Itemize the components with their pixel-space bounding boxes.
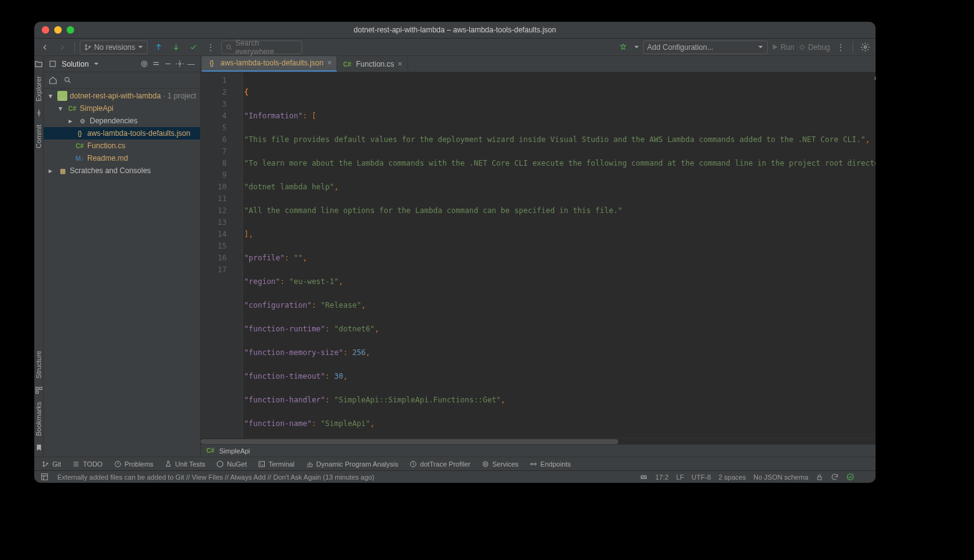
copilot-icon[interactable] — [639, 473, 648, 482]
nav-back-button[interactable] — [38, 40, 52, 54]
collapse-all-icon[interactable] — [164, 60, 172, 68]
window-title: dotnet-rest-api-with-lambda – aws-lambda… — [354, 26, 556, 34]
bookmark-icon[interactable] — [35, 444, 43, 452]
list-icon — [72, 460, 80, 468]
encoding[interactable]: UTF-8 — [692, 473, 711, 481]
home-icon[interactable] — [49, 76, 57, 85]
editor-viewport[interactable]: OFF 1234567891011121314151617 { "Informa… — [201, 72, 876, 438]
chevron-down-icon[interactable]: ▾ — [46, 92, 55, 100]
csharp-file-icon: C# — [75, 141, 85, 151]
tree-file-function[interactable]: C# Function.cs — [44, 140, 200, 152]
todo-tool-button[interactable]: TODO — [72, 460, 103, 468]
svg-point-1 — [85, 48, 87, 50]
code-area[interactable]: { "Information": [ "This file provides d… — [243, 72, 876, 438]
svg-point-24 — [484, 463, 486, 465]
schema[interactable]: No JSON schema — [753, 473, 808, 481]
structure-tool-button[interactable]: Structure — [35, 351, 42, 379]
run-config-dropdown[interactable]: Add Configuration... — [643, 40, 768, 54]
chevron-down-icon[interactable]: ▾ — [56, 104, 65, 113]
dottrace-tool-button[interactable]: dotTrace Profiler — [409, 460, 470, 468]
editor-area: {} aws-lambda-tools-defaults.json × C# F… — [201, 56, 876, 457]
chevron-right-icon[interactable]: ▸ — [46, 166, 55, 175]
scratches-icon: ▩ — [57, 166, 67, 176]
sync-icon[interactable] — [831, 473, 839, 481]
nuget-tool-button[interactable]: NuGet — [216, 460, 247, 468]
unittests-tool-button[interactable]: Unit Tests — [165, 460, 205, 468]
settings-button[interactable] — [858, 40, 872, 54]
chevron-down-icon[interactable] — [634, 44, 639, 50]
more-actions-button[interactable]: ⋮ — [834, 40, 847, 54]
debug-button[interactable]: Debug — [798, 43, 830, 52]
target-icon[interactable] — [140, 60, 148, 68]
services-tool-button[interactable]: Services — [482, 460, 518, 468]
chevron-right-icon[interactable]: ▸ — [66, 116, 75, 125]
csharp-project-icon: C# — [206, 446, 216, 456]
tree-file-defaults[interactable]: {} aws-lambda-tools-defaults.json — [44, 127, 200, 140]
close-tab-icon[interactable]: × — [327, 59, 332, 67]
dpa-tool-button[interactable]: Dynamic Program Analysis — [306, 460, 398, 468]
scratches-label: Scratches and Consoles — [70, 166, 151, 175]
search-everywhere-box[interactable]: Search everywhere — [221, 40, 302, 54]
package-icon — [216, 460, 224, 468]
flask-icon — [165, 460, 172, 468]
file-name: aws-lambda-tools-defaults.json — [87, 129, 190, 138]
vcs-commit-button[interactable] — [169, 40, 183, 54]
build-button[interactable] — [616, 40, 630, 54]
search-icon[interactable] — [64, 76, 72, 84]
vcs-update-button[interactable] — [151, 40, 165, 54]
tree-dependencies[interactable]: ▸ ⚙ Dependencies — [44, 115, 200, 127]
svg-point-4 — [800, 45, 803, 49]
bookmarks-tool-button[interactable]: Bookmarks — [35, 402, 42, 436]
scrollbar-thumb[interactable] — [201, 439, 619, 444]
left-stripe: Explorer Commit Structure Bookmarks — [34, 56, 44, 457]
explorer-toolbar — [44, 72, 200, 88]
horizontal-scrollbar[interactable] — [201, 438, 876, 444]
file-name: Function.cs — [87, 141, 125, 150]
chevron-down-icon[interactable] — [93, 61, 99, 67]
tree-file-readme[interactable]: M↓ Readme.md — [44, 152, 200, 164]
commit-icon[interactable] — [35, 109, 43, 117]
vcs-more-button[interactable]: ⋮ — [204, 40, 217, 54]
fold-column[interactable] — [232, 72, 243, 438]
gear-icon[interactable] — [176, 60, 184, 68]
tree-root[interactable]: ▾ ␣ dotnet-rest-api-with-lambda · 1 proj… — [44, 90, 200, 102]
indent[interactable]: 2 spaces — [719, 473, 746, 481]
close-tab-icon[interactable]: × — [398, 60, 403, 69]
svg-point-25 — [483, 462, 488, 467]
structure-icon[interactable] — [35, 386, 43, 394]
maximize-window-icon[interactable] — [67, 26, 74, 34]
tool-windows-icon[interactable] — [41, 473, 49, 481]
tab-function-cs[interactable]: C# Function.cs × — [337, 57, 408, 72]
tree-project[interactable]: ▾ C# SimpleApi — [44, 102, 200, 115]
close-window-icon[interactable] — [42, 26, 49, 34]
vcs-push-button[interactable] — [186, 40, 200, 54]
nav-fwd-button[interactable] — [55, 40, 69, 54]
endpoints-tool-button[interactable]: Endpoints — [530, 460, 571, 468]
check-icon[interactable] — [846, 473, 854, 481]
terminal-tool-button[interactable]: Terminal — [258, 460, 295, 468]
gear-icon — [861, 42, 870, 52]
line-sep[interactable]: LF — [676, 473, 684, 481]
commit-tool-button[interactable]: Commit — [35, 125, 42, 148]
caret-position[interactable]: 17:2 — [656, 473, 669, 481]
git-tool-button[interactable]: Git — [42, 460, 61, 468]
tree-scratches[interactable]: ▸ ▩ Scratches and Consoles — [44, 164, 200, 177]
run-button[interactable]: Run — [771, 43, 795, 52]
breadcrumb[interactable]: C# SimpleApi — [201, 444, 876, 457]
expand-all-icon[interactable] — [152, 60, 160, 68]
status-message[interactable]: Externally added files can be added to G… — [57, 473, 375, 481]
project-icon[interactable] — [34, 60, 43, 69]
json-file-icon: {} — [75, 128, 85, 138]
tab-defaults-json[interactable]: {} aws-lambda-tools-defaults.json × — [202, 56, 337, 72]
hide-panel-button[interactable]: — — [188, 60, 195, 69]
separator — [852, 42, 853, 53]
vcs-revisions-dropdown[interactable]: No revisions — [80, 40, 148, 54]
svg-point-6 — [37, 112, 39, 114]
more-icon[interactable] — [862, 473, 869, 481]
inspection-toggle[interactable]: OFF — [874, 75, 876, 82]
explorer-tool-button[interactable]: Explorer — [35, 76, 42, 102]
problems-tool-button[interactable]: Problems — [114, 460, 153, 468]
lock-icon[interactable] — [816, 473, 823, 481]
minimize-window-icon[interactable] — [54, 26, 62, 34]
line-gutter: 1234567891011121314151617 — [201, 72, 232, 438]
